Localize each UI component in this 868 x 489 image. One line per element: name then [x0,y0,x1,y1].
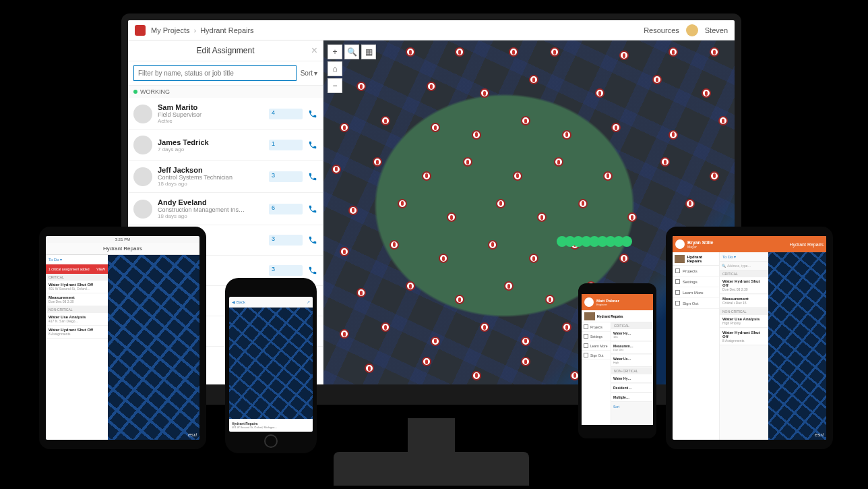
hydrant-marker-icon[interactable] [447,212,456,222]
hydrant-marker-icon[interactable] [480,88,489,98]
critical-alert-banner[interactable]: 1 critical assignment added VIEW [46,264,108,274]
hydrant-marker-icon[interactable] [496,199,505,208]
nav-item[interactable]: Learn More [582,341,611,351]
hydrant-marker-icon[interactable] [381,116,390,125]
hydrant-marker-icon[interactable] [348,206,358,215]
home-button[interactable]: ⌂ [328,61,342,76]
hydrant-marker-icon[interactable] [472,130,481,140]
worker-row[interactable]: Andy Eveland Construction Management Ins… [128,193,323,225]
zoom-in-button[interactable]: + [328,45,342,59]
hydrant-marker-icon[interactable] [455,47,464,57]
hydrant-marker-icon[interactable] [373,157,382,167]
map-view[interactable] [229,308,313,419]
layers-button[interactable]: ▦ [361,45,376,59]
nav-item[interactable]: Sign Out [673,298,719,309]
nav-item[interactable]: Settings [673,277,719,287]
hydrant-marker-icon[interactable] [340,247,349,256]
hydrant-marker-icon[interactable] [340,329,349,339]
user-avatar-icon[interactable] [686,24,698,36]
breadcrumb-root[interactable]: My Projects [151,26,189,34]
list-item[interactable]: Water Use AnalysisHigh Priority [720,315,768,328]
hydrant-marker-icon[interactable] [427,82,436,91]
phone-icon[interactable] [308,204,317,214]
list-item[interactable]: Residenti… [611,384,653,393]
list-item[interactable]: Water Hy… [611,374,653,383]
hydrant-marker-icon[interactable] [521,116,530,125]
share-icon[interactable]: ↗ [307,299,310,304]
hydrant-marker-icon[interactable] [422,357,431,366]
list-item[interactable]: MeasurementCritical • Dec 15 [720,295,768,308]
search-input[interactable]: 🔍 Address, type… [720,262,768,270]
list-item[interactable]: Water Hydrant Shut Off8 Assignments [720,328,768,345]
hydrant-marker-icon[interactable] [619,254,629,263]
phone-icon[interactable] [308,140,317,150]
nav-item[interactable]: Projects [673,266,719,277]
hydrant-marker-icon[interactable] [381,322,390,332]
nav-item[interactable]: Learn More [673,287,719,298]
list-item[interactable]: Water Hydrant Shut Off401 W Second St, O… [46,281,108,293]
hydrant-marker-icon[interactable] [439,254,448,263]
sort-dropdown[interactable]: Sort▾ [301,69,317,77]
worker-row[interactable]: Sam Marito Field Supervisor Active 4 [128,98,323,130]
list-item[interactable]: Measurem…Due Dec [611,342,653,354]
hydrant-marker-icon[interactable] [611,123,621,132]
nav-item[interactable]: Sign Out [582,351,611,360]
hydrant-marker-icon[interactable] [422,171,431,181]
hydrant-marker-icon[interactable] [513,171,522,181]
hydrant-marker-icon[interactable] [545,295,555,304]
map-view[interactable] [108,255,199,440]
hydrant-marker-icon[interactable] [398,199,407,208]
hydrant-marker-icon[interactable] [710,171,719,181]
project-header[interactable]: Hydrant Repairs [582,310,653,322]
username-label[interactable]: Steven [705,26,728,34]
list-item[interactable]: Water Hydrant Shut OffDue Dec 08 2:30 [720,277,768,294]
phone-icon[interactable] [308,266,317,275]
todo-dropdown[interactable]: To Do ▾ [46,255,108,264]
hydrant-marker-icon[interactable] [660,157,670,167]
hydrant-marker-icon[interactable] [332,165,341,174]
hydrant-marker-icon[interactable] [390,240,399,250]
hydrant-marker-icon[interactable] [669,130,678,140]
hydrant-marker-icon[interactable] [472,371,481,380]
hydrant-marker-icon[interactable] [529,254,538,263]
list-item[interactable]: Water Hy…16h [611,329,653,341]
hydrant-marker-icon[interactable] [562,130,571,140]
hydrant-marker-icon[interactable] [521,357,530,366]
list-item[interactable]: Water Hydrant Shut Off8 Assignments [46,326,108,339]
hydrant-marker-icon[interactable] [406,47,415,57]
hydrant-marker-icon[interactable] [431,123,440,132]
hydrant-marker-icon[interactable] [529,75,538,84]
hydrant-marker-icon[interactable] [718,116,728,125]
hydrant-marker-icon[interactable] [406,281,415,291]
hydrant-marker-icon[interactable] [619,51,629,60]
todo-dropdown[interactable]: To Do ▾ [720,252,768,262]
filter-input[interactable] [133,65,297,81]
hydrant-marker-icon[interactable] [578,199,588,208]
hydrant-marker-icon[interactable] [669,47,678,57]
hydrant-marker-icon[interactable] [652,75,662,84]
hydrant-marker-icon[interactable] [685,199,695,208]
hydrant-marker-icon[interactable] [595,88,604,98]
zoom-out-button[interactable]: − [328,78,342,93]
back-button[interactable]: ◀︎ Back [232,299,245,304]
phone-icon[interactable] [308,172,317,181]
assignment-card[interactable]: Hydrant Repairs 401 W Second St, Oxford,… [229,419,313,432]
nav-item[interactable]: Projects [582,322,611,332]
phone-icon[interactable] [308,235,317,245]
map-view[interactable] [768,252,826,440]
hydrant-marker-icon[interactable] [480,322,489,332]
hydrant-marker-icon[interactable] [537,212,547,222]
hydrant-marker-icon[interactable] [702,88,711,98]
sort-button[interactable]: Sort [611,403,653,411]
list-item[interactable]: MeasurementDue Dec 08 2:30 [46,293,108,306]
nav-item[interactable]: Settings [582,332,611,341]
close-icon[interactable]: × [311,45,317,57]
project-header[interactable]: Hydrant Repairs [673,252,719,266]
worker-row[interactable]: Jeff Jackson Control Systems Technician … [128,161,323,193]
hydrant-marker-icon[interactable] [431,337,440,346]
hydrant-marker-icon[interactable] [710,47,719,57]
hydrant-marker-icon[interactable] [562,322,571,332]
hydrant-marker-icon[interactable] [365,364,374,373]
hydrant-marker-icon[interactable] [463,157,472,167]
hydrant-marker-icon[interactable] [356,288,366,297]
